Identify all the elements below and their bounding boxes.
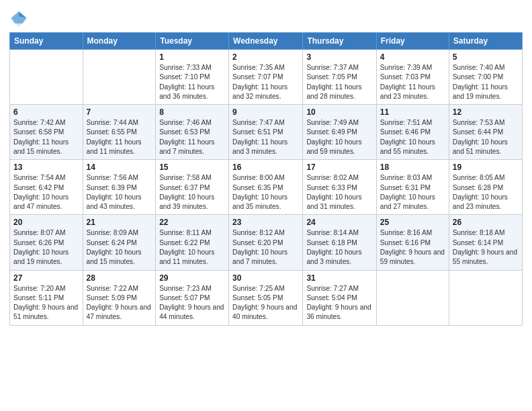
calendar-cell: 22Sunrise: 8:11 AMSunset: 6:22 PMDayligh… <box>156 215 229 270</box>
day-info: Sunrise: 8:16 AMSunset: 6:16 PMDaylight:… <box>380 228 445 267</box>
calendar-cell: 19Sunrise: 8:05 AMSunset: 6:28 PMDayligh… <box>449 160 522 215</box>
calendar-cell <box>376 270 449 325</box>
calendar-cell: 31Sunrise: 7:27 AMSunset: 5:04 PMDayligh… <box>303 270 376 325</box>
day-info: Sunrise: 8:05 AMSunset: 6:28 PMDaylight:… <box>453 173 519 212</box>
calendar-cell: 24Sunrise: 8:14 AMSunset: 6:18 PMDayligh… <box>303 215 376 270</box>
calendar-cell <box>83 50 156 105</box>
day-number: 18 <box>380 163 445 172</box>
day-info: Sunrise: 7:27 AMSunset: 5:04 PMDaylight:… <box>306 284 372 322</box>
day-info: Sunrise: 8:07 AMSunset: 6:26 PMDaylight:… <box>13 228 79 267</box>
calendar-cell: 23Sunrise: 8:12 AMSunset: 6:20 PMDayligh… <box>229 215 303 270</box>
calendar-cell: 16Sunrise: 8:00 AMSunset: 6:35 PMDayligh… <box>229 160 303 215</box>
day-number: 14 <box>87 163 152 172</box>
day-info: Sunrise: 7:49 AMSunset: 6:49 PMDaylight:… <box>306 118 372 156</box>
day-number: 9 <box>232 107 299 117</box>
day-info: Sunrise: 8:09 AMSunset: 6:24 PMDaylight:… <box>87 228 152 267</box>
day-number: 20 <box>13 218 79 227</box>
calendar-week-row: 1Sunrise: 7:33 AMSunset: 7:10 PMDaylight… <box>10 50 523 105</box>
col-header-tuesday: Tuesday <box>156 33 229 50</box>
col-header-wednesday: Wednesday <box>229 33 303 50</box>
day-info: Sunrise: 7:20 AMSunset: 5:11 PMDaylight:… <box>13 284 79 322</box>
day-number: 7 <box>87 107 152 117</box>
day-info: Sunrise: 7:47 AMSunset: 6:51 PMDaylight:… <box>232 118 299 156</box>
calendar-week-row: 20Sunrise: 8:07 AMSunset: 6:26 PMDayligh… <box>10 215 523 270</box>
day-info: Sunrise: 7:54 AMSunset: 6:42 PMDaylight:… <box>13 173 79 212</box>
calendar-cell: 25Sunrise: 8:16 AMSunset: 6:16 PMDayligh… <box>376 215 449 270</box>
day-info: Sunrise: 7:22 AMSunset: 5:09 PMDaylight:… <box>87 284 152 322</box>
day-info: Sunrise: 7:53 AMSunset: 6:44 PMDaylight:… <box>453 118 519 156</box>
calendar-cell: 29Sunrise: 7:23 AMSunset: 5:07 PMDayligh… <box>156 270 229 325</box>
day-info: Sunrise: 7:51 AMSunset: 6:46 PMDaylight:… <box>380 118 445 156</box>
day-number: 30 <box>232 273 299 283</box>
calendar-cell: 9Sunrise: 7:47 AMSunset: 6:51 PMDaylight… <box>229 105 303 160</box>
calendar-week-row: 27Sunrise: 7:20 AMSunset: 5:11 PMDayligh… <box>10 270 523 325</box>
day-number: 29 <box>159 273 225 283</box>
calendar-cell: 12Sunrise: 7:53 AMSunset: 6:44 PMDayligh… <box>449 105 522 160</box>
day-number: 15 <box>159 163 225 172</box>
day-number: 8 <box>159 107 225 117</box>
day-info: Sunrise: 8:11 AMSunset: 6:22 PMDaylight:… <box>159 228 225 267</box>
day-number: 10 <box>306 107 372 117</box>
day-number: 19 <box>453 163 519 172</box>
day-info: Sunrise: 8:03 AMSunset: 6:31 PMDaylight:… <box>380 173 445 212</box>
day-number: 4 <box>380 52 445 62</box>
day-info: Sunrise: 7:37 AMSunset: 7:05 PMDaylight:… <box>306 63 372 101</box>
calendar-cell: 2Sunrise: 7:35 AMSunset: 7:07 PMDaylight… <box>229 50 303 105</box>
day-info: Sunrise: 8:02 AMSunset: 6:33 PMDaylight:… <box>306 173 372 212</box>
logo <box>9 9 30 28</box>
col-header-sunday: Sunday <box>10 33 83 50</box>
day-number: 22 <box>159 218 225 227</box>
day-info: Sunrise: 7:25 AMSunset: 5:05 PMDaylight:… <box>232 284 299 322</box>
calendar-cell: 27Sunrise: 7:20 AMSunset: 5:11 PMDayligh… <box>10 270 83 325</box>
calendar-cell: 11Sunrise: 7:51 AMSunset: 6:46 PMDayligh… <box>376 105 449 160</box>
day-number: 17 <box>306 163 372 172</box>
day-number: 21 <box>87 218 152 227</box>
calendar-week-row: 13Sunrise: 7:54 AMSunset: 6:42 PMDayligh… <box>10 160 523 215</box>
day-number: 12 <box>453 107 519 117</box>
col-header-monday: Monday <box>83 33 156 50</box>
calendar-cell: 3Sunrise: 7:37 AMSunset: 7:05 PMDaylight… <box>303 50 376 105</box>
day-number: 27 <box>13 273 79 283</box>
calendar-cell: 21Sunrise: 8:09 AMSunset: 6:24 PMDayligh… <box>83 215 156 270</box>
calendar-cell: 7Sunrise: 7:44 AMSunset: 6:55 PMDaylight… <box>83 105 156 160</box>
day-info: Sunrise: 7:39 AMSunset: 7:03 PMDaylight:… <box>380 63 445 101</box>
calendar-cell: 5Sunrise: 7:40 AMSunset: 7:00 PMDaylight… <box>449 50 522 105</box>
calendar-cell: 14Sunrise: 7:56 AMSunset: 6:39 PMDayligh… <box>83 160 156 215</box>
calendar-cell: 17Sunrise: 8:02 AMSunset: 6:33 PMDayligh… <box>303 160 376 215</box>
day-info: Sunrise: 7:42 AMSunset: 6:58 PMDaylight:… <box>13 118 79 156</box>
day-info: Sunrise: 8:00 AMSunset: 6:35 PMDaylight:… <box>232 173 299 212</box>
page: SundayMondayTuesdayWednesdayThursdayFrid… <box>0 0 532 411</box>
calendar-cell: 18Sunrise: 8:03 AMSunset: 6:31 PMDayligh… <box>376 160 449 215</box>
calendar-table: SundayMondayTuesdayWednesdayThursdayFrid… <box>9 32 523 326</box>
col-header-friday: Friday <box>376 33 449 50</box>
calendar-cell: 1Sunrise: 7:33 AMSunset: 7:10 PMDaylight… <box>156 50 229 105</box>
col-header-thursday: Thursday <box>303 33 376 50</box>
day-number: 11 <box>380 107 445 117</box>
day-number: 26 <box>453 218 519 227</box>
calendar-cell: 26Sunrise: 8:18 AMSunset: 6:14 PMDayligh… <box>449 215 522 270</box>
day-number: 25 <box>380 218 445 227</box>
calendar-week-row: 6Sunrise: 7:42 AMSunset: 6:58 PMDaylight… <box>10 105 523 160</box>
logo-icon <box>9 9 28 28</box>
day-info: Sunrise: 7:23 AMSunset: 5:07 PMDaylight:… <box>159 284 225 322</box>
calendar-cell: 28Sunrise: 7:22 AMSunset: 5:09 PMDayligh… <box>83 270 156 325</box>
day-info: Sunrise: 7:44 AMSunset: 6:55 PMDaylight:… <box>87 118 152 156</box>
day-number: 28 <box>87 273 152 283</box>
day-info: Sunrise: 7:58 AMSunset: 6:37 PMDaylight:… <box>159 173 225 212</box>
day-number: 23 <box>232 218 299 227</box>
day-number: 5 <box>453 52 519 62</box>
day-number: 2 <box>232 52 299 62</box>
calendar-cell: 15Sunrise: 7:58 AMSunset: 6:37 PMDayligh… <box>156 160 229 215</box>
calendar-cell: 4Sunrise: 7:39 AMSunset: 7:03 PMDaylight… <box>376 50 449 105</box>
day-number: 1 <box>159 52 225 62</box>
day-number: 16 <box>232 163 299 172</box>
day-number: 13 <box>13 163 79 172</box>
day-number: 24 <box>306 218 372 227</box>
day-info: Sunrise: 7:33 AMSunset: 7:10 PMDaylight:… <box>159 63 225 101</box>
calendar-cell <box>10 50 83 105</box>
calendar-cell: 8Sunrise: 7:46 AMSunset: 6:53 PMDaylight… <box>156 105 229 160</box>
header <box>9 7 523 28</box>
day-info: Sunrise: 7:46 AMSunset: 6:53 PMDaylight:… <box>159 118 225 156</box>
day-info: Sunrise: 8:18 AMSunset: 6:14 PMDaylight:… <box>453 228 519 267</box>
day-info: Sunrise: 7:40 AMSunset: 7:00 PMDaylight:… <box>453 63 519 101</box>
